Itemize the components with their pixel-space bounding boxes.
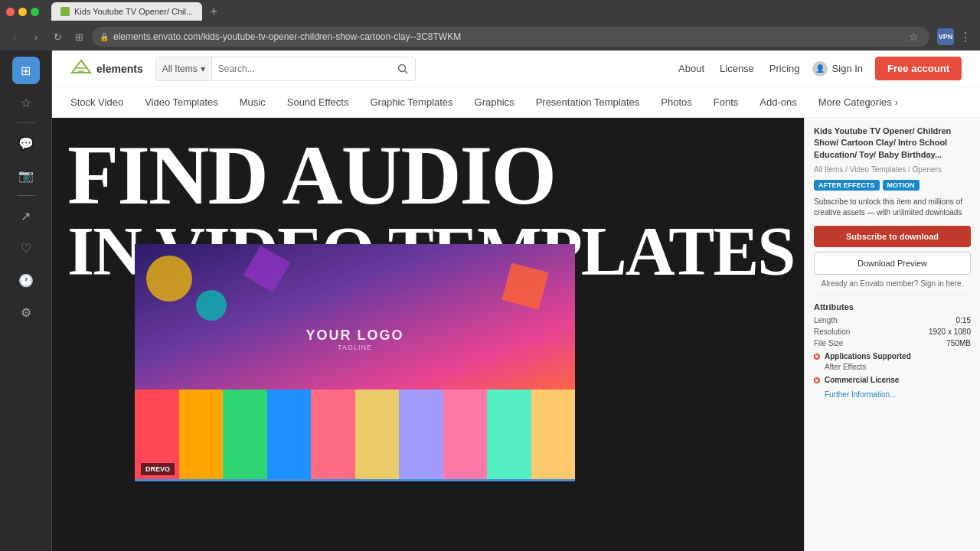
- refresh-button[interactable]: ↻: [49, 28, 66, 45]
- sidebar-icon-heart[interactable]: ♡: [12, 234, 40, 262]
- sidebar-icon-arrow[interactable]: ↗: [12, 202, 40, 230]
- address-text: elements.envato.com/kids-youtube-tv-open…: [113, 31, 900, 42]
- header-nav: About License Pricing: [678, 63, 800, 74]
- nav-presentation-templates[interactable]: Presentation Templates: [536, 96, 640, 108]
- product-title: Kids Youtube TV Opener/ Children Show/ C…: [814, 126, 971, 161]
- sidebar-icon-messenger[interactable]: 💬: [12, 129, 40, 157]
- user-avatar-icon: 👤: [812, 61, 828, 77]
- subscribe-description: Subscribe to unlock this item and millio…: [814, 197, 971, 218]
- sidebar-icon-settings[interactable]: ⚙: [12, 298, 40, 326]
- nav-add-ons[interactable]: Add-ons: [760, 96, 796, 108]
- nav-graphic-templates[interactable]: Graphic Templates: [370, 96, 452, 108]
- nav-pricing[interactable]: Pricing: [769, 63, 800, 74]
- back-button[interactable]: ‹: [6, 28, 23, 45]
- attributes-section: Attributes Length 0:15 Resolution 1920 x…: [814, 295, 971, 400]
- after-effects-badge: AFTER EFFECTS: [814, 180, 880, 191]
- vpn-extension-icon[interactable]: VPN: [937, 28, 954, 45]
- sidebar-divider-2: [17, 195, 35, 196]
- envato-logo[interactable]: elements: [70, 59, 143, 78]
- chevron-down-icon: ▾: [201, 64, 205, 74]
- applications-supported-header: Applications Supported: [814, 352, 971, 360]
- subscribe-to-download-button[interactable]: Subscribe to download: [814, 226, 971, 247]
- nav-license[interactable]: License: [720, 63, 754, 74]
- search-category-dropdown[interactable]: All Items ▾: [156, 57, 212, 80]
- tab-favicon: [60, 7, 70, 16]
- active-tab[interactable]: Kids Youtube TV Opener/ Chil...: [51, 2, 202, 21]
- sidebar-icon-clock[interactable]: 🕐: [12, 266, 40, 294]
- sidebar-icon-instagram[interactable]: 📷: [12, 161, 40, 189]
- video-logo: YOUR LOGO TAGLINE: [305, 328, 403, 351]
- titlebar: Kids Youtube TV Opener/ Chil... +: [0, 0, 980, 23]
- svg-point-0: [398, 64, 405, 71]
- browser-window: Kids Youtube TV Opener/ Chil... + ‹ › ↻ …: [0, 0, 980, 551]
- close-window-btn[interactable]: [6, 8, 15, 16]
- minimize-window-btn[interactable]: [18, 8, 27, 16]
- attributes-title: Attributes: [814, 302, 971, 311]
- tab-bar: Kids Youtube TV Opener/ Chil... +: [51, 2, 222, 21]
- more-extensions-button[interactable]: ⋮: [957, 28, 974, 45]
- lock-icon: 🔒: [100, 33, 109, 41]
- grid-view-button[interactable]: ⊞: [70, 28, 87, 45]
- nav-photos[interactable]: Photos: [661, 96, 691, 108]
- breadcrumb[interactable]: All Items / Video Templates / Openers: [814, 165, 971, 174]
- tab-title: Kids Youtube TV Opener/ Chil...: [74, 7, 193, 16]
- badge-row: AFTER EFFECTS MOTION: [814, 180, 971, 191]
- after-effects-label: After Effects: [825, 363, 971, 371]
- svg-line-1: [404, 70, 407, 73]
- hero-content-wrapper: FIND AUDIO IN VIDEO TEMPLATES: [52, 118, 980, 551]
- chevron-right-icon: ›: [895, 96, 898, 108]
- browser-sidebar: ⊞ ☆ 💬 📷 ↗ ♡ 🕐 ⚙: [0, 51, 52, 551]
- envato-logo-mark: [70, 59, 92, 78]
- nav-fonts[interactable]: Fonts: [714, 96, 739, 108]
- search-input[interactable]: [212, 64, 390, 74]
- sidebar-icon-bookmarks[interactable]: ☆: [12, 89, 40, 116]
- video-thumbnail: YOUR LOGO TAGLINE: [135, 244, 575, 481]
- signin-label: Sign In: [832, 63, 863, 74]
- video-progress-bar[interactable]: [135, 479, 575, 481]
- commercial-license-header: Commercial License: [814, 376, 971, 384]
- right-panel: Kids Youtube TV Opener/ Children Show/ C…: [804, 118, 980, 551]
- attribute-filesize: File Size 750MB: [814, 339, 971, 347]
- nav-music[interactable]: Music: [240, 96, 266, 108]
- attribute-dot-icon: [814, 354, 820, 360]
- download-preview-button[interactable]: Download Preview: [814, 252, 971, 275]
- extensions-area: VPN ⋮: [937, 28, 974, 45]
- video-watermark: DREVO: [141, 463, 175, 475]
- further-information-link[interactable]: Further Information...: [825, 390, 896, 399]
- attribute-dot-2-icon: [814, 377, 820, 383]
- nav-graphics[interactable]: Graphics: [475, 96, 514, 108]
- new-tab-button[interactable]: +: [205, 3, 222, 20]
- maximize-window-btn[interactable]: [31, 8, 39, 16]
- forward-button[interactable]: ›: [28, 28, 44, 45]
- search-button[interactable]: [390, 57, 415, 81]
- signin-button[interactable]: 👤 Sign In: [812, 61, 863, 77]
- envato-category-nav: Stock Video Video Templates Music Sound …: [52, 87, 980, 118]
- nav-about[interactable]: About: [678, 63, 704, 74]
- sidebar-divider-1: [17, 122, 35, 123]
- envato-header: elements All Items ▾: [52, 51, 980, 87]
- member-signin-text: Already an Envato member? Sign in here.: [814, 279, 971, 288]
- motion-badge: MOTION: [883, 180, 920, 191]
- attribute-resolution: Resolution 1920 x 1080: [814, 328, 971, 336]
- free-account-button[interactable]: Free account: [875, 57, 962, 80]
- sidebar-icon-home[interactable]: ⊞: [12, 57, 40, 84]
- search-container: All Items ▾: [155, 57, 416, 81]
- nav-stock-video[interactable]: Stock Video: [70, 96, 123, 108]
- nav-video-templates[interactable]: Video Templates: [145, 96, 218, 108]
- more-categories-button[interactable]: More Categories ›: [818, 96, 898, 108]
- main-content: elements All Items ▾: [52, 51, 980, 551]
- traffic-lights: [6, 8, 39, 16]
- envato-logo-text: elements: [96, 63, 143, 75]
- browser-toolbar: ‹ › ↻ ⊞ 🔒 elements.envato.com/kids-youtu…: [0, 23, 980, 51]
- video-player[interactable]: YOUR LOGO TAGLINE: [135, 244, 575, 481]
- address-bar[interactable]: 🔒 elements.envato.com/kids-youtube-tv-op…: [92, 27, 929, 47]
- nav-sound-effects[interactable]: Sound Effects: [287, 96, 349, 108]
- browser-body: ⊞ ☆ 💬 📷 ↗ ♡ 🕐 ⚙: [0, 51, 980, 551]
- attribute-length: Length 0:15: [814, 316, 971, 324]
- bookmark-icon[interactable]: ☆: [905, 28, 922, 45]
